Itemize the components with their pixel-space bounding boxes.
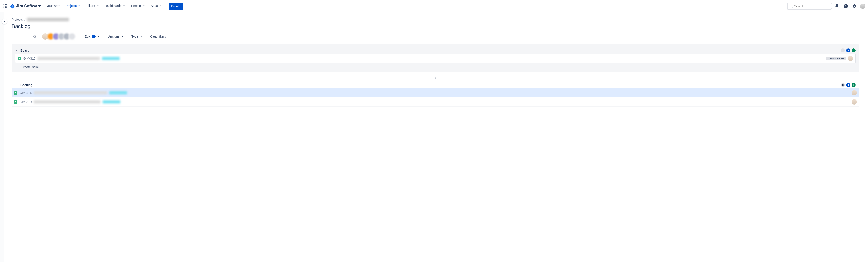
svg-rect-5	[6, 6, 7, 6]
breadcrumb-project-name[interactable]: Redacted Project	[27, 18, 69, 21]
main-content: Projects / Redacted Project Backlog Epic…	[4, 12, 868, 106]
svg-line-14	[35, 37, 36, 38]
global-search-input[interactable]	[794, 4, 833, 8]
svg-point-9	[790, 5, 792, 7]
breadcrumb-separator: /	[25, 18, 26, 21]
story-icon	[18, 57, 21, 60]
chevron-right-icon	[3, 20, 6, 23]
nav-apps[interactable]: Apps	[148, 0, 165, 12]
notifications-icon[interactable]	[833, 3, 840, 10]
chevron-down-icon	[142, 4, 146, 7]
assignee-avatar[interactable]	[851, 90, 857, 96]
count-done: 0	[851, 48, 856, 53]
svg-text:?: ?	[845, 4, 847, 8]
issue-key: GIM-316	[20, 91, 32, 95]
settings-icon[interactable]	[851, 3, 858, 10]
issue-status[interactable]: 1: ANALYSING	[826, 57, 845, 60]
filter-bar: Epic 1 Versions Type Clear filters	[11, 33, 859, 40]
filter-versions[interactable]: Versions	[106, 34, 126, 39]
issue-meta	[851, 99, 857, 105]
count-inprogress: 0	[846, 48, 850, 53]
assignee-filter-avatars[interactable]	[42, 33, 75, 40]
issue-epic-link[interactable]	[109, 91, 127, 94]
nav-your-work[interactable]: Your work	[44, 0, 63, 12]
top-nav: Jira Software Your work Projects Filters…	[0, 0, 868, 12]
backlog-section: Backlog 8 0 0 GIM-316 GIM-319	[11, 82, 859, 106]
svg-line-10	[792, 7, 793, 7]
chevron-down-icon	[78, 4, 81, 7]
count-inprogress: 0	[846, 83, 850, 87]
nav-projects[interactable]: Projects	[63, 0, 84, 12]
issue-summary	[34, 100, 100, 103]
backlog-counts: 8 0 0	[841, 83, 856, 87]
global-search[interactable]	[787, 3, 832, 10]
svg-rect-2	[6, 4, 7, 5]
count-todo: 1	[841, 48, 845, 53]
create-button[interactable]: Create	[168, 3, 183, 10]
board-section-title: Board	[21, 48, 29, 52]
backlog-section-header[interactable]: Backlog 8 0 0	[11, 82, 859, 88]
svg-rect-8	[6, 7, 7, 8]
plus-icon	[16, 65, 20, 69]
top-nav-right: ?	[787, 3, 865, 10]
jira-logo-icon	[10, 4, 15, 9]
avatar[interactable]	[68, 33, 75, 40]
backlog-section-title: Backlog	[21, 83, 32, 87]
filter-type[interactable]: Type	[130, 34, 145, 39]
sidebar-expand-button[interactable]	[2, 19, 7, 24]
assignee-avatar[interactable]	[851, 99, 857, 105]
chevron-down-icon	[15, 83, 19, 87]
issue-epic-link[interactable]	[102, 57, 120, 60]
chevron-down-icon	[122, 4, 126, 7]
breadcrumb-projects[interactable]: Projects	[11, 18, 23, 21]
board-section-header[interactable]: Board 1 0 0	[15, 47, 856, 54]
top-nav-left: Jira Software Your work Projects Filters…	[3, 0, 183, 12]
svg-point-13	[34, 35, 35, 37]
filter-epic[interactable]: Epic 1	[83, 34, 102, 39]
create-issue-button[interactable]: Create issue	[15, 63, 856, 70]
story-icon	[14, 91, 17, 95]
issue-meta: 1: ANALYSING	[826, 56, 853, 61]
chevron-down-icon	[121, 35, 124, 38]
app-switcher-icon[interactable]	[3, 4, 8, 9]
primary-nav: Your work Projects Filters Dashboards Pe…	[44, 0, 165, 12]
svg-rect-7	[5, 7, 5, 8]
chevron-down-icon	[97, 35, 100, 38]
section-resize-handle[interactable]	[11, 76, 859, 82]
page-title: Backlog	[11, 23, 859, 29]
backlog-issue-list: GIM-316 GIM-319	[11, 88, 859, 106]
board-issue-list: GIM-315 1: ANALYSING	[15, 54, 856, 63]
product-name: Jira Software	[16, 4, 41, 8]
svg-rect-3	[4, 6, 4, 6]
issue-summary	[37, 57, 100, 60]
svg-rect-6	[4, 7, 4, 8]
story-icon	[14, 100, 17, 104]
nav-dashboards[interactable]: Dashboards	[102, 0, 129, 12]
issue-row[interactable]: GIM-315 1: ANALYSING	[15, 54, 855, 63]
issue-epic-link[interactable]	[103, 100, 120, 103]
epic-count-badge: 1	[92, 35, 95, 38]
product-logo[interactable]: Jira Software	[10, 4, 41, 9]
chevron-down-icon	[15, 48, 19, 52]
backlog-search-input[interactable]	[15, 35, 33, 38]
chevron-down-icon	[159, 4, 162, 7]
count-done: 0	[851, 83, 856, 87]
issue-summary	[34, 91, 107, 94]
nav-filters[interactable]: Filters	[84, 0, 102, 12]
clear-filters-button[interactable]: Clear filters	[148, 34, 168, 39]
svg-rect-4	[5, 6, 5, 6]
issue-key: GIM-315	[23, 57, 35, 60]
issue-key: GIM-319	[20, 100, 32, 104]
assignee-avatar[interactable]	[848, 56, 853, 61]
issue-row[interactable]: GIM-319	[11, 97, 859, 106]
nav-people[interactable]: People	[129, 0, 148, 12]
backlog-search[interactable]	[11, 33, 38, 40]
profile-avatar[interactable]	[860, 4, 865, 9]
issue-meta	[851, 90, 857, 96]
help-icon[interactable]: ?	[842, 3, 849, 10]
issue-row[interactable]: GIM-316	[11, 88, 859, 97]
count-todo: 8	[841, 83, 845, 87]
svg-rect-1	[5, 4, 5, 5]
breadcrumb: Projects / Redacted Project	[11, 18, 859, 21]
search-icon	[33, 35, 36, 38]
